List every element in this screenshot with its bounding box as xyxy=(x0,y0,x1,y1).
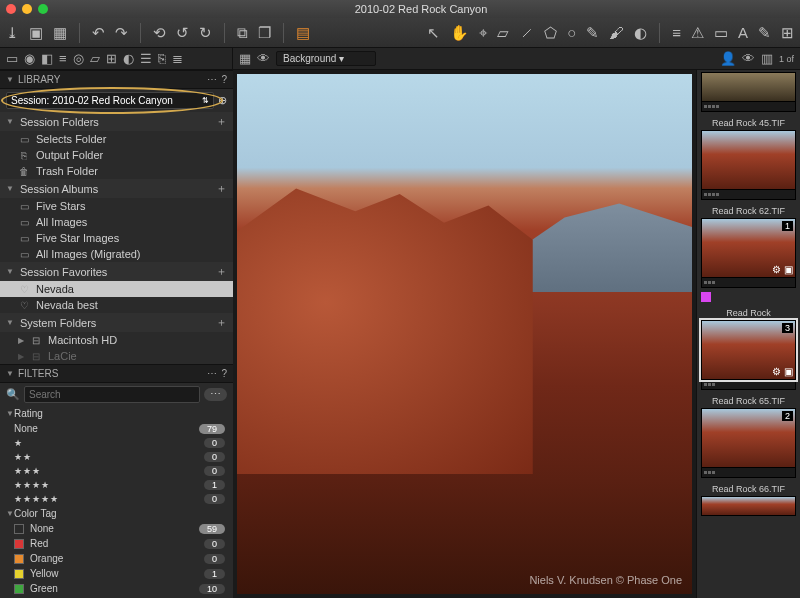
straighten-icon[interactable]: ⟋ xyxy=(519,24,534,41)
view-toggle-icon[interactable]: 👁 xyxy=(742,51,755,66)
metadata-tab-icon[interactable]: ☰ xyxy=(140,51,152,66)
album-five-star-images[interactable]: ▭Five Star Images xyxy=(0,230,233,246)
filters-menu-icon[interactable]: ⋯ xyxy=(207,368,217,379)
zoom-window-button[interactable] xyxy=(38,4,48,14)
warning-icon[interactable]: ⚠ xyxy=(691,24,704,42)
thumbnail[interactable]: Read Rock 65.TIF 2 xyxy=(701,394,796,478)
minimize-window-button[interactable] xyxy=(22,4,32,14)
session-selector[interactable]: Session: 2010-02 Red Rock Canyon ⇅ xyxy=(6,92,214,109)
rotate-right-icon[interactable]: ↻ xyxy=(199,24,212,42)
library-help-icon[interactable]: ? xyxy=(221,74,227,85)
ruler-icon[interactable]: ≡ xyxy=(672,24,681,41)
color-tab-icon[interactable]: ◧ xyxy=(41,51,53,66)
colortag-none[interactable]: None59 xyxy=(0,521,233,536)
session-folders-group[interactable]: ▼Session Folders＋ xyxy=(0,112,233,131)
import-icon[interactable]: ⤓ xyxy=(6,24,19,42)
search-input[interactable] xyxy=(24,386,200,403)
heal-icon[interactable]: ✎ xyxy=(586,24,599,42)
album-five-stars[interactable]: ▭Five Stars xyxy=(0,198,233,214)
favorite-nevada[interactable]: ♡Nevada xyxy=(0,281,233,297)
close-window-button[interactable] xyxy=(6,4,16,14)
output-tab-icon[interactable]: ⎘ xyxy=(158,51,166,66)
overlay-icon[interactable]: ⊞ xyxy=(781,24,794,42)
export-icon[interactable]: ▣ xyxy=(29,24,43,42)
background-select[interactable]: Background ▾ xyxy=(276,51,376,66)
thumbnail[interactable] xyxy=(701,72,796,112)
search-options-button[interactable]: ⋯ xyxy=(204,388,227,401)
library-header-label: LIBRARY xyxy=(18,74,61,85)
crop-tab-icon[interactable]: ▱ xyxy=(90,51,100,66)
details-tab-icon[interactable]: ⊞ xyxy=(106,51,117,66)
redo-icon[interactable]: ↷ xyxy=(115,24,128,42)
capture-tab-icon[interactable]: ◉ xyxy=(24,51,35,66)
album-icon: ▭ xyxy=(18,249,30,260)
system-folders-group[interactable]: ▼System Folders＋ xyxy=(0,313,233,332)
reset-icon[interactable]: ⟲ xyxy=(153,24,166,42)
album-all-images-migrated[interactable]: ▭All Images (Migrated) xyxy=(0,246,233,262)
rating-1[interactable]: ★0 xyxy=(0,436,233,450)
rating-none[interactable]: None79 xyxy=(0,421,233,436)
user-icon[interactable]: 👤 xyxy=(720,51,736,66)
image-viewer[interactable]: Niels V. Knudsen © Phase One xyxy=(233,70,696,598)
lens-tab-icon[interactable]: ◎ xyxy=(73,51,84,66)
styles-icon[interactable]: ▤ xyxy=(296,24,310,42)
text-icon[interactable]: A xyxy=(738,24,748,41)
output-folder[interactable]: ⎘Output Folder xyxy=(0,147,233,163)
add-favorite-button[interactable]: ＋ xyxy=(216,264,227,279)
colortag-yellow[interactable]: Yellow1 xyxy=(0,566,233,581)
exposure-tab-icon[interactable]: ≡ xyxy=(59,51,67,66)
favorite-nevada-best[interactable]: ♡Nevada best xyxy=(0,297,233,313)
colortag-orange[interactable]: Orange0 xyxy=(0,551,233,566)
mask-icon[interactable]: ▭ xyxy=(714,24,728,42)
rotate-left-icon[interactable]: ↺ xyxy=(176,24,189,42)
system-macintosh-hd[interactable]: ▶⊟Macintosh HD xyxy=(0,332,233,348)
session-favorites-group[interactable]: ▼Session Favorites＋ xyxy=(0,262,233,281)
copy-adj-icon[interactable]: ⧉ xyxy=(237,24,248,42)
proof-icon[interactable]: 👁 xyxy=(257,51,270,66)
rating-3[interactable]: ★★★0 xyxy=(0,464,233,478)
rating-2[interactable]: ★★0 xyxy=(0,450,233,464)
add-system-folder-button[interactable]: ＋ xyxy=(216,315,227,330)
selects-folder[interactable]: ▭Selects Folder xyxy=(0,131,233,147)
process-icon[interactable]: ▦ xyxy=(53,24,67,42)
colortag-green[interactable]: Green10 xyxy=(0,581,233,596)
add-album-button[interactable]: ＋ xyxy=(216,181,227,196)
filters-header[interactable]: ▼ FILTERS ⋯ ? xyxy=(0,364,233,383)
thumbnail[interactable]: Read Rock 62.TIF 1⚙ ▣ xyxy=(701,204,796,288)
zoom-icon[interactable]: ⌖ xyxy=(479,24,487,42)
add-session-button[interactable]: ⊕ xyxy=(218,94,227,107)
session-albums-group[interactable]: ▼Session Albums＋ xyxy=(0,179,233,198)
trash-folder[interactable]: 🗑Trash Folder xyxy=(0,163,233,179)
rating-5[interactable]: ★★★★★0 xyxy=(0,492,233,506)
browser-toggle-icon[interactable]: ▥ xyxy=(761,51,773,66)
annotation-icon[interactable]: ✎ xyxy=(758,24,771,42)
library-tab-icon[interactable]: ▭ xyxy=(6,51,18,66)
keystone-icon[interactable]: ⬠ xyxy=(544,24,557,42)
colortag-red[interactable]: Red0 xyxy=(0,536,233,551)
cursor-icon[interactable]: ↖ xyxy=(427,24,440,42)
crop-icon[interactable]: ▱ xyxy=(497,24,509,42)
add-folder-button[interactable]: ＋ xyxy=(216,114,227,129)
colortag-group[interactable]: ▼Color Tag xyxy=(0,506,233,521)
image-canvas[interactable]: Niels V. Knudsen © Phase One xyxy=(237,74,692,594)
batch-tab-icon[interactable]: ≣ xyxy=(172,51,183,66)
system-lacie[interactable]: ▶⊟LaCie xyxy=(0,348,233,364)
rating-group[interactable]: ▼Rating xyxy=(0,406,233,421)
brush-icon[interactable]: 🖌 xyxy=(609,24,624,41)
view-mode-icon[interactable]: ▦ xyxy=(239,51,251,66)
adjust-tab-icon[interactable]: ◐ xyxy=(123,51,134,66)
eraser-icon[interactable]: ◐ xyxy=(634,24,647,42)
thumbnail-selected[interactable]: Read Rock 3⚙ ▣ xyxy=(701,306,796,390)
rating-4[interactable]: ★★★★1 xyxy=(0,478,233,492)
swatch-none xyxy=(14,524,24,534)
hand-icon[interactable]: ✋ xyxy=(450,24,469,42)
thumbnail[interactable]: Read Rock 45.TIF xyxy=(701,116,796,200)
undo-icon[interactable]: ↶ xyxy=(92,24,105,42)
paste-adj-icon[interactable]: ❐ xyxy=(258,24,271,42)
library-menu-icon[interactable]: ⋯ xyxy=(207,74,217,85)
thumbnail[interactable]: Read Rock 66.TIF xyxy=(701,482,796,516)
filters-help-icon[interactable]: ? xyxy=(221,368,227,379)
library-header[interactable]: ▼ LIBRARY ⋯ ? xyxy=(0,70,233,89)
spot-icon[interactable]: ○ xyxy=(567,24,576,41)
album-all-images[interactable]: ▭All Images xyxy=(0,214,233,230)
